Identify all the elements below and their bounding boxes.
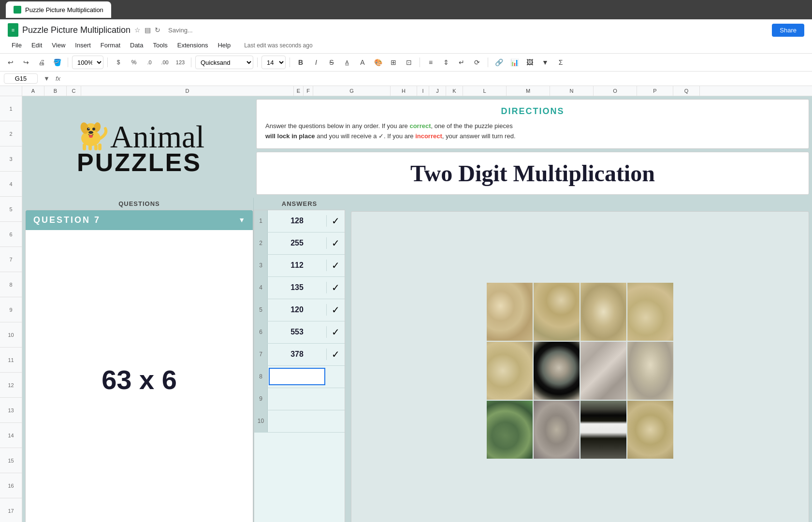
menu-edit[interactable]: Edit [28,40,46,51]
row-3: 3 [0,146,22,172]
row-11: 11 [0,348,22,373]
col-header-m[interactable]: M [507,86,550,96]
chrome-tab[interactable]: Puzzle Picture Multiplication [6,1,111,18]
answer-val-5[interactable]: 120 [268,305,326,314]
answer-row-5: 5 120 ✓ [254,299,345,321]
col-header-n[interactable]: N [550,86,594,96]
corner-cell [0,86,22,96]
chrome-bar: Puzzle Picture Multiplication [0,0,812,19]
currency-button[interactable]: $ [112,56,125,69]
answer-row-3: 3 112 ✓ [254,255,345,277]
menu-extensions[interactable]: Extensions [174,40,212,51]
answer-val-2[interactable]: 255 [268,239,326,247]
question-dropdown-bar[interactable]: QUESTION 7 ▼ [26,210,253,230]
zoom-select[interactable]: 100% [72,56,103,69]
doc-title[interactable]: Puzzle Picture Multiplication [22,25,130,35]
undo-button[interactable]: ↩ [4,56,17,69]
answer-val-3[interactable]: 112 [268,261,326,270]
menu-data[interactable]: Data [126,40,147,51]
col-header-p[interactable]: P [637,86,673,96]
answer-val-4[interactable]: 135 [268,283,326,292]
function-button[interactable]: Σ [554,56,567,69]
cell-reference-input[interactable] [4,73,38,84]
answer-val-1[interactable]: 128 [268,217,326,225]
puzzle-cell-2-3 [580,342,626,400]
menu-help[interactable]: Help [214,40,234,51]
wrap-button[interactable]: ↵ [455,56,468,69]
answer-num-6: 6 [254,321,268,343]
link-button[interactable]: 🔗 [492,56,506,69]
col-header-f[interactable]: F [304,86,313,96]
print-button[interactable]: 🖨 [35,56,48,69]
col-header-g[interactable]: G [313,86,391,96]
star-icon[interactable]: ☆ [134,26,141,34]
menu-insert[interactable]: Insert [71,40,95,51]
col-header-j[interactable]: J [429,86,446,96]
underline-button[interactable]: A [340,56,354,69]
chart-button[interactable]: 📊 [508,56,521,69]
halign-button[interactable]: ≡ [424,56,437,69]
puzzle-cell-2-4 [627,342,673,400]
col-header-c[interactable]: C [67,86,81,96]
col-header-e[interactable]: E [294,86,304,96]
col-header-d[interactable]: D [81,86,294,96]
col-header-b[interactable]: B [44,86,67,96]
present-mode-icon[interactable]: ▤ [145,26,151,34]
fill-color-button[interactable]: 🎨 [371,56,385,69]
answer-num-9: 9 [254,388,268,410]
percent-button[interactable]: % [127,56,141,69]
answer-num-3: 3 [254,255,268,276]
menu-file[interactable]: File [8,40,26,51]
merge-button[interactable]: ⊡ [402,56,416,69]
answer-row-10: 10 [254,410,345,433]
answer-num-10: 10 [254,410,268,432]
font-size-select[interactable]: 14 [261,56,286,69]
menu-tools[interactable]: Tools [149,40,171,51]
col-header-q[interactable]: Q [673,86,700,96]
dog-illustration [74,116,113,150]
italic-button[interactable]: I [309,56,323,69]
puzzle-cell-2-1 [487,342,533,400]
decimal-increase-button[interactable]: .00 [158,56,172,69]
answer-val-7[interactable]: 378 [268,350,326,359]
answer-num-7: 7 [254,344,268,365]
rotate-button[interactable]: ⟳ [470,56,484,69]
answer-row-4: 4 135 ✓ [254,277,345,299]
answer-input-8[interactable] [269,368,325,385]
share-button[interactable]: Share [772,24,804,37]
title-icons: ☆ ▤ ↻ Saving... [134,26,193,34]
redo-button[interactable]: ↪ [19,56,33,69]
answer-val-6[interactable]: 553 [268,328,326,336]
format-number-button[interactable]: 123 [174,56,187,69]
cloud-sync-icon: ↻ [155,26,160,34]
col-header-h[interactable]: H [391,86,417,96]
decimal-decrease-button[interactable]: .0 [143,56,156,69]
answer-num-1: 1 [254,210,268,232]
divider-1 [68,58,68,67]
row-numbers: 1 2 3 4 5 6 7 8 9 10 11 12 13 14 15 16 1… [0,96,22,522]
borders-button[interactable]: ⊞ [387,56,400,69]
menu-format[interactable]: Format [97,40,124,51]
row-10: 10 [0,322,22,348]
row-9: 9 [0,297,22,322]
col-header-k[interactable]: K [446,86,463,96]
col-header-o[interactable]: O [594,86,637,96]
col-header-i[interactable]: I [417,86,429,96]
bold-button[interactable]: B [294,56,307,69]
col-header-l[interactable]: L [463,86,507,96]
valign-button[interactable]: ⇕ [439,56,453,69]
col-header-a[interactable]: A [22,86,44,96]
image-button[interactable]: 🖼 [523,56,536,69]
row-1: 1 [0,96,22,121]
filter-button[interactable]: ▼ [538,56,552,69]
menu-view[interactable]: View [48,40,69,51]
puzzle-grid [487,283,673,459]
answer-check-7: ✓ [326,348,345,360]
font-select[interactable]: Quicksand [195,56,253,69]
logo-block-text: PUZZLES [77,148,202,177]
strikethrough-button[interactable]: S [325,56,338,69]
text-color-button[interactable]: A [356,56,369,69]
format-paint-button[interactable]: 🪣 [50,56,64,69]
col-headers: A B C D E F G H I J K L M N O P Q [0,86,812,96]
questions-header: QUESTIONS [25,198,253,210]
